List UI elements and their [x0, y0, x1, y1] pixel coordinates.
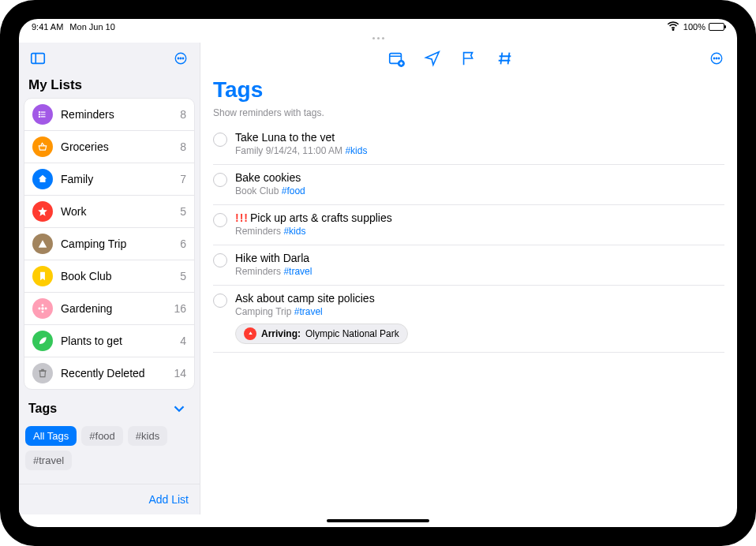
- tag-pill-all-tags[interactable]: All Tags: [25, 426, 77, 446]
- tags-collapse-button[interactable]: [168, 398, 190, 420]
- bookmark-icon: [32, 266, 53, 286]
- complete-circle[interactable]: [213, 294, 227, 308]
- tags-button[interactable]: [494, 47, 516, 69]
- complete-circle[interactable]: [213, 213, 227, 227]
- add-list-button[interactable]: Add List: [148, 493, 189, 506]
- battery-pct: 100%: [683, 22, 705, 32]
- priority-indicator: !!!: [235, 211, 249, 224]
- reminder-title: Bake cookies: [235, 171, 724, 184]
- svg-line-24: [508, 53, 510, 65]
- sidebar-list-book-club[interactable]: Book Club5: [24, 260, 194, 293]
- multitask-dots[interactable]: [19, 35, 737, 43]
- tag-pill-kids[interactable]: #kids: [128, 426, 167, 446]
- wifi-icon: [666, 19, 680, 35]
- calendar-add-button[interactable]: [385, 47, 407, 69]
- list-name: Book Club: [61, 270, 172, 282]
- list-name: Gardening: [61, 302, 166, 315]
- complete-circle[interactable]: [213, 253, 227, 267]
- main-panel: Tags Show reminders with tags. Take Luna…: [200, 43, 737, 514]
- complete-circle[interactable]: [213, 173, 227, 187]
- svg-point-5: [180, 58, 182, 59]
- sidebar-more-button[interactable]: [170, 47, 192, 69]
- list-count: 7: [180, 173, 186, 185]
- svg-point-16: [38, 308, 40, 310]
- complete-circle[interactable]: [213, 133, 227, 147]
- tag-pill-food[interactable]: #food: [81, 426, 123, 446]
- leaf-icon: [32, 331, 53, 351]
- list-count: 5: [180, 205, 186, 218]
- status-date: Mon Jun 10: [69, 22, 114, 32]
- reminder-item[interactable]: Hike with DarlaReminders #travel: [213, 245, 724, 286]
- list-icon: [32, 104, 53, 125]
- reminder-item[interactable]: Take Luna to the vetFamily 9/14/24, 11:0…: [213, 125, 724, 165]
- reminder-tag[interactable]: #kids: [345, 145, 367, 156]
- sidebar-list-family[interactable]: Family7: [24, 163, 194, 196]
- reminder-item[interactable]: !!!Pick up arts & crafts suppliesReminde…: [213, 205, 724, 245]
- sidebar-section-title: My Lists: [19, 74, 200, 98]
- list-count: 8: [180, 108, 186, 121]
- page-subtitle: Show reminders with tags.: [200, 106, 737, 125]
- main-more-button[interactable]: [705, 47, 728, 69]
- list-name: Work: [61, 205, 172, 218]
- svg-point-14: [42, 304, 44, 306]
- basket-icon: [32, 136, 53, 157]
- list-count: 8: [180, 140, 186, 153]
- reminder-tag[interactable]: #travel: [283, 266, 312, 277]
- list-count: 14: [174, 367, 186, 380]
- svg-point-0: [672, 29, 674, 31]
- sidebar-list-recently-deleted[interactable]: Recently Deleted14: [24, 357, 194, 389]
- svg-point-17: [45, 308, 47, 310]
- home-indicator[interactable]: [19, 514, 737, 527]
- flag-button[interactable]: [458, 47, 480, 69]
- reminder-tag[interactable]: #kids: [283, 226, 305, 237]
- toggle-sidebar-button[interactable]: [27, 47, 49, 69]
- svg-point-6: [182, 58, 184, 59]
- svg-point-30: [718, 58, 720, 59]
- home-icon: [32, 169, 53, 189]
- status-time: 9:41 AM: [32, 22, 63, 32]
- svg-line-23: [501, 53, 503, 65]
- tent-icon: [32, 234, 53, 254]
- list-name: Plants to get: [61, 335, 172, 347]
- svg-point-28: [713, 58, 715, 59]
- location-button[interactable]: [421, 47, 443, 69]
- reminder-tag[interactable]: #food: [282, 185, 305, 196]
- list-name: Groceries: [61, 140, 172, 153]
- status-bar: 9:41 AM Mon Jun 10 100%: [19, 19, 737, 35]
- sidebar-list-plants-to-get[interactable]: Plants to get4: [24, 325, 194, 357]
- list-count: 6: [180, 237, 186, 250]
- list-name: Family: [61, 173, 172, 185]
- sidebar-list-camping-trip[interactable]: Camping Trip6: [24, 228, 194, 260]
- sidebar-list-gardening[interactable]: Gardening16: [24, 293, 194, 325]
- svg-point-13: [41, 307, 44, 310]
- sidebar-list-reminders[interactable]: Reminders8: [24, 99, 194, 131]
- location-arrive-icon: [244, 327, 256, 340]
- reminder-meta: Book Club #food: [235, 185, 724, 196]
- sidebar-list-groceries[interactable]: Groceries8: [24, 131, 194, 163]
- sidebar: My Lists Reminders8Groceries8Family7Work…: [19, 43, 200, 514]
- reminder-item[interactable]: Ask about camp site policiesCamping Trip…: [213, 286, 724, 353]
- reminder-title: Hike with Darla: [235, 252, 724, 264]
- location-pill[interactable]: Arriving: Olympic National Park: [235, 323, 408, 344]
- list-count: 5: [180, 270, 186, 282]
- reminder-meta: Reminders #travel: [235, 266, 724, 277]
- sidebar-list-work[interactable]: Work5: [24, 196, 194, 228]
- reminder-item[interactable]: Bake cookiesBook Club #food: [213, 165, 724, 205]
- svg-point-11: [39, 114, 39, 114]
- reminder-tag[interactable]: #travel: [294, 306, 323, 317]
- reminder-title: Take Luna to the vet: [235, 131, 724, 144]
- svg-rect-1: [32, 54, 45, 64]
- star-icon: [32, 201, 53, 222]
- list-name: Recently Deleted: [61, 367, 166, 380]
- tag-pill-travel[interactable]: #travel: [25, 451, 72, 470]
- reminder-meta: Reminders #kids: [235, 226, 724, 237]
- tags-section-title: Tags: [28, 402, 57, 416]
- list-count: 4: [180, 335, 186, 347]
- list-count: 16: [174, 302, 186, 315]
- reminder-title: Ask about camp site policies: [235, 292, 724, 305]
- list-name: Camping Trip: [61, 237, 172, 250]
- page-title: Tags: [200, 74, 737, 106]
- flower-icon: [32, 298, 53, 319]
- reminder-meta: Camping Trip #travel: [235, 306, 724, 317]
- list-name: Reminders: [61, 108, 172, 121]
